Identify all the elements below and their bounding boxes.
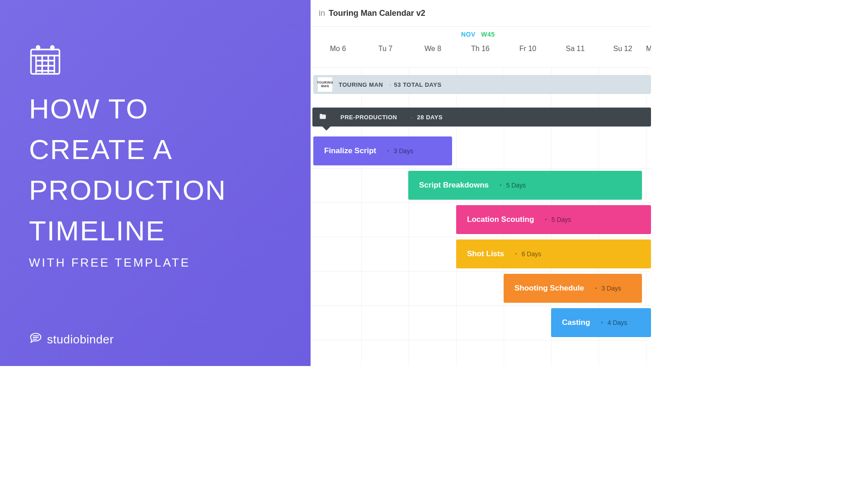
- separator-dot: ·: [500, 181, 501, 189]
- phase-bar[interactable]: PRE-PRODUCTION · 28 DAYS: [312, 108, 651, 127]
- task-script-breakdowns[interactable]: Script Breakdowns · 5 Days: [408, 171, 642, 200]
- day-header[interactable]: Su 12: [599, 45, 646, 53]
- project-bar[interactable]: TOURING MAN TOURING MAN · 53 TOTAL DAYS: [313, 75, 651, 94]
- day-headers: Mo 6 Tu 7 We 8 Th 16 Fr 10 Sa 11 Su 12 M: [311, 45, 651, 57]
- week-badge: W45: [481, 31, 495, 38]
- project-thumbnail: TOURING MAN: [318, 77, 332, 92]
- chat-bubble-icon: [29, 331, 42, 348]
- separator-dot: ·: [601, 319, 603, 327]
- task-name: Finalize Script: [324, 146, 376, 155]
- separator-dot: ·: [595, 284, 597, 292]
- hero-title-line: TIMELINE: [29, 211, 282, 251]
- day-header[interactable]: Mo 6: [314, 45, 362, 53]
- project-name: TOURING MAN: [339, 81, 383, 88]
- breadcrumb[interactable]: in Touring Man Calendar v2: [311, 0, 651, 26]
- separator-dot: ·: [387, 147, 389, 155]
- hero-title: HOW TO CREATE A PRODUCTION TIMELINE: [29, 89, 282, 251]
- day-header[interactable]: Sa 11: [552, 45, 599, 53]
- task-name: Location Scouting: [467, 215, 534, 224]
- calendar-header: NOV W45 Mo 6 Tu 7 We 8 Th 16 Fr 10 Sa 11…: [311, 26, 651, 68]
- task-name: Shot Lists: [467, 249, 504, 258]
- brand: studiobinder: [29, 331, 114, 348]
- gantt-area[interactable]: TOURING MAN TOURING MAN · 53 TOTAL DAYS …: [311, 68, 651, 366]
- task-location-scouting[interactable]: Location Scouting · 5 Days: [456, 205, 651, 234]
- task-duration: 5 Days: [552, 216, 571, 223]
- task-casting[interactable]: Casting · 4 Days: [551, 308, 651, 337]
- separator-dot: ·: [410, 114, 412, 121]
- folder-icon: [319, 113, 327, 122]
- month-badge: NOV: [461, 31, 476, 38]
- separator-dot: ·: [515, 250, 517, 258]
- task-name: Shooting Schedule: [514, 284, 584, 293]
- day-header[interactable]: Th 16: [457, 45, 504, 53]
- day-header[interactable]: M: [646, 45, 651, 53]
- task-name: Casting: [562, 318, 590, 327]
- day-header[interactable]: Tu 7: [362, 45, 409, 53]
- separator-dot: ·: [545, 216, 547, 224]
- calendar-name: Touring Man Calendar v2: [329, 9, 425, 18]
- hero-panel: HOW TO CREATE A PRODUCTION TIMELINE WITH…: [0, 0, 311, 366]
- project-total-days: 53 TOTAL DAYS: [394, 81, 442, 88]
- hero-title-line: CREATE A: [29, 129, 282, 170]
- separator-dot: ·: [389, 81, 391, 88]
- task-name: Script Breakdowns: [419, 181, 489, 190]
- calendar-app: in Touring Man Calendar v2 NOV W45 Mo 6 …: [311, 0, 651, 366]
- task-duration: 5 Days: [506, 182, 526, 189]
- hero-title-line: PRODUCTION: [29, 170, 282, 211]
- task-shooting-schedule[interactable]: Shooting Schedule · 3 Days: [504, 274, 642, 303]
- brand-name: studiobinder: [47, 333, 114, 347]
- hero-subtitle: WITH FREE TEMPLATE: [29, 256, 282, 270]
- task-duration: 3 Days: [394, 147, 414, 155]
- task-duration: 4 Days: [608, 319, 627, 326]
- task-finalize-script[interactable]: Finalize Script · 3 Days: [313, 136, 452, 165]
- phase-days: 28 DAYS: [417, 114, 443, 121]
- calendar-icon: [29, 43, 61, 76]
- task-duration: 6 Days: [522, 250, 542, 258]
- task-shot-lists[interactable]: Shot Lists · 6 Days: [456, 239, 651, 268]
- task-duration: 3 Days: [601, 285, 621, 292]
- breadcrumb-prefix: in: [319, 9, 325, 18]
- phase-name: PRE-PRODUCTION: [340, 114, 397, 121]
- hero-title-line: HOW TO: [29, 89, 282, 129]
- day-header[interactable]: Fr 10: [504, 45, 552, 53]
- day-header[interactable]: We 8: [409, 45, 457, 53]
